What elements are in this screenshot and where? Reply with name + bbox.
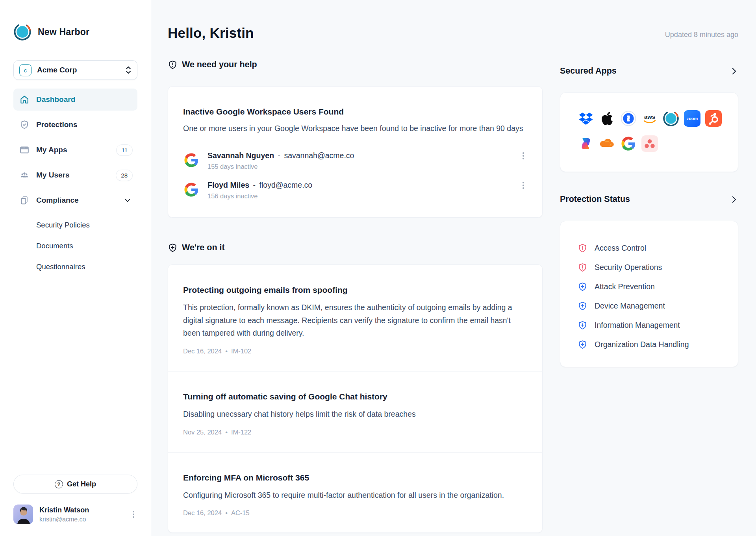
chevron-down-icon — [124, 197, 131, 204]
sidebar-item-label: Compliance — [36, 196, 79, 205]
shield-plus-icon — [578, 320, 587, 330]
chevron-right-icon[interactable] — [730, 195, 738, 204]
status-item-device-management[interactable]: Device Management — [578, 301, 738, 311]
bullet-separator: • — [225, 509, 228, 517]
secondary-column: Secured Apps — [560, 0, 738, 367]
card-code: IM-102 — [231, 347, 251, 355]
onepassword-icon[interactable] — [620, 110, 637, 127]
onit-card: Turning off automatic saving of Google C… — [168, 372, 542, 452]
inactive-user-row: Savannah Nguyen - savannah@acme.co 155 d… — [183, 151, 527, 170]
section-title: We're on it — [182, 243, 225, 253]
card-title: Protecting outgoing emails from spoofing — [183, 285, 527, 295]
card-meta: Dec 16, 2024 • IM-102 — [183, 347, 527, 355]
sidebar-item-my-apps[interactable]: My Apps 11 — [13, 139, 137, 161]
protection-status-header: Protection Status — [560, 194, 738, 204]
dropbox-icon[interactable] — [578, 110, 594, 127]
status-label: Device Management — [595, 301, 665, 311]
compliance-subnav: Security Policies Documents Questionnair… — [13, 214, 137, 277]
user-email: floyd@acme.co — [259, 181, 313, 189]
main-content: Updated 8 minutes ago Hello, Kristin We … — [151, 0, 756, 536]
question-circle-icon: ? — [55, 480, 63, 488]
hubspot-icon[interactable] — [705, 110, 722, 127]
new-harbor-app-icon[interactable] — [663, 110, 679, 127]
shield-plus-icon — [578, 301, 587, 311]
sidebar-item-documents[interactable]: Documents — [13, 235, 137, 256]
status-item-information-management[interactable]: Information Management — [578, 320, 738, 330]
onit-section-header: We're on it — [168, 243, 543, 253]
my-apps-count-badge: 11 — [116, 144, 133, 156]
protection-status-card: Access Control Security Operations Attac… — [560, 221, 738, 367]
user-menu-kebab-icon[interactable] — [130, 514, 137, 515]
card-title: Enforcing MFA on Microsoft 365 — [183, 473, 527, 482]
brand: New Harbor — [13, 23, 137, 41]
protection-status-list: Access Control Security Operations Attac… — [578, 243, 738, 349]
shield-plus-icon — [168, 243, 178, 253]
zoom-icon[interactable]: zoom — [684, 110, 700, 127]
asana-icon[interactable] — [641, 135, 658, 152]
shield-plus-icon — [578, 340, 587, 349]
card-description: This protection, formally known as DKIM,… — [183, 301, 527, 340]
org-name: Acme Corp — [37, 66, 120, 74]
sidebar-item-label: My Apps — [36, 146, 67, 154]
google-icon — [183, 181, 200, 198]
card-description: Disabling unecssary chat history helps l… — [183, 408, 527, 421]
section-title: Secured Apps — [560, 66, 617, 76]
onit-card-stack: Protecting outgoing emails from spoofing… — [168, 264, 543, 533]
sidebar-item-security-policies[interactable]: Security Policies — [13, 214, 137, 235]
card-date: Nov 25, 2024 — [183, 429, 222, 436]
status-item-access-control[interactable]: Access Control — [578, 243, 738, 253]
sidebar-item-questionnaires[interactable]: Questionnaires — [13, 256, 137, 277]
secured-apps-card: aws zoom — [560, 92, 738, 172]
card-description: One or more users in your Google Workspa… — [183, 122, 527, 135]
app-window-icon — [19, 145, 30, 155]
bullet-separator: • — [225, 347, 228, 355]
google-icon — [183, 152, 200, 168]
inactive-user-row: Floyd Miles - floyd@acme.co 156 days ina… — [183, 181, 527, 200]
card-code: IM-122 — [231, 429, 251, 436]
card-meta: Nov 25, 2024 • IM-122 — [183, 429, 527, 436]
status-item-organization-data-handling[interactable]: Organization Data Handling — [578, 340, 738, 349]
user-profile[interactable]: Kristin Watson kristin@acme.co — [13, 505, 137, 524]
inactive-days: 155 days inactive — [208, 163, 356, 170]
apple-icon[interactable] — [599, 110, 615, 127]
row-menu-kebab-icon[interactable] — [519, 185, 527, 186]
aws-icon[interactable]: aws — [641, 110, 658, 127]
status-label: Information Management — [595, 321, 680, 330]
user-name-line: Floyd Miles - floyd@acme.co — [208, 181, 314, 190]
card-title: Inactive Google Workspace Users Found — [183, 107, 527, 116]
sidebar: New Harbor c Acme Corp Dashboard Protect… — [0, 0, 151, 536]
sidebar-item-label: Dashboard — [36, 95, 75, 104]
status-label: Security Operations — [595, 263, 662, 272]
google-icon[interactable] — [620, 135, 637, 152]
user-texts: Savannah Nguyen - savannah@acme.co 155 d… — [208, 151, 356, 170]
org-selector[interactable]: c Acme Corp — [13, 60, 137, 80]
chevron-right-icon[interactable] — [730, 67, 738, 76]
microsoft-copilot-icon[interactable] — [578, 135, 594, 152]
separator: - — [253, 181, 256, 189]
user-meta: Kristin Watson kristin@acme.co — [39, 506, 89, 523]
status-item-attack-prevention[interactable]: Attack Prevention — [578, 282, 738, 292]
onit-card: Protecting outgoing emails from spoofing… — [168, 265, 542, 371]
help-section-header: We need your help — [168, 60, 543, 70]
cloudflare-icon[interactable] — [599, 135, 615, 152]
sidebar-item-dashboard[interactable]: Dashboard — [13, 89, 137, 111]
shield-plus-icon — [578, 282, 587, 292]
sidebar-nav: Dashboard Protections My Apps 11 — [13, 89, 137, 277]
user-email: kristin@acme.co — [39, 516, 89, 523]
new-harbor-logo-icon — [13, 23, 32, 41]
shield-alert-icon — [578, 243, 587, 253]
apps-row — [578, 135, 738, 152]
card-date: Dec 16, 2024 — [183, 509, 222, 517]
row-menu-kebab-icon[interactable] — [519, 155, 527, 157]
avatar — [13, 505, 33, 524]
card-code: AC-15 — [231, 509, 250, 517]
sidebar-item-my-users[interactable]: My Users 28 — [13, 164, 137, 186]
inactive-days: 156 days inactive — [208, 192, 314, 200]
sidebar-bottom: ? Get Help Kristin Watson kristin@acme.c… — [13, 475, 137, 524]
section-title: We need your help — [182, 60, 257, 70]
status-item-security-operations[interactable]: Security Operations — [578, 262, 738, 272]
sidebar-item-protections[interactable]: Protections — [13, 114, 137, 136]
get-help-button[interactable]: ? Get Help — [13, 475, 137, 493]
inactive-user-list: Savannah Nguyen - savannah@acme.co 155 d… — [183, 151, 527, 200]
sidebar-item-compliance[interactable]: Compliance — [13, 189, 137, 211]
